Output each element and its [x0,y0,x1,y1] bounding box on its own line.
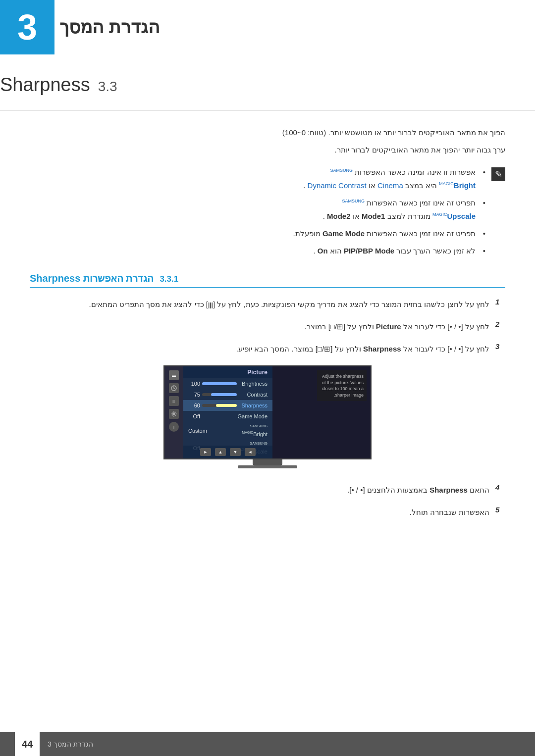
menu-item-contrast: Contrast 75 [183,389,272,400]
section-title: Sharpness [0,74,90,96]
step-item-5: האפשרות שנבחרה תוחל. 5 [30,505,505,519]
nav-btn-up: ▲ [215,448,226,456]
step-text-5: האפשרות שנבחרה תוחל. [30,505,489,519]
svg-point-1 [172,412,175,415]
nav-btn-right: ► [200,448,211,456]
menu-item-magicbright: SAMSUNGMAGICBright Custom [183,422,272,439]
sidebar-icon-1: ▬ [169,370,179,380]
monitor-container: ▬ ≡ i Picture Brightness [30,365,505,468]
steps-list: לחץ על לחצן כלשהו בחזית המוצר כדי להציג … [30,298,505,355]
step-number-5: 5 [495,505,505,514]
step-number-1: 1 [495,298,505,306]
sidebar-icon-3: ≡ [169,396,179,406]
monitor-base [238,465,297,468]
content-area: הפוך את מתאר האובייקטים לברור יותר או מט… [0,126,535,519]
step-number-2: 2 [495,320,505,328]
intro-line1: הפוך את מתאר האובייקטים לברור יותר או מט… [30,126,505,139]
sidebar-icon-4 [169,409,179,419]
menu-nav: ◄ ▼ ▲ ► [183,446,272,458]
section-number: 3.3 [98,79,117,95]
monitor-sidebar: ▬ ≡ i [164,366,183,458]
step-text-4: התאם Sharpness באמצעות הלחצנים [• / •]. [30,483,489,497]
monitor-stand [253,459,282,465]
monitor-frame: ▬ ≡ i Picture Brightness [163,365,372,459]
menu-header: Picture [183,366,272,378]
menu-item-gamemode: Game Mode Off [183,411,272,422]
step-item-2: לחץ על [• / •] כדי לעבור אל Picture ולחץ… [30,320,505,333]
chapter-number: 3 [17,7,37,48]
footer-chapter-label: הגדרת המסך 3 [48,740,93,748]
footer-page-number: 44 [15,732,40,756]
steps-list-2: התאם Sharpness באמצעות הלחצנים [• / •]. … [30,483,505,519]
step-text-1: לחץ על לחצן כלשהו בחזית המוצר כדי להציג … [30,298,489,311]
note-icon: ✎ [491,167,505,181]
step-number-3: 3 [495,342,505,351]
bullet-item-4: לא זמין כאשר הערך עבור PIP/PBP Mode הוא … [30,244,485,257]
monitor-help-text: Adjust the sharpness of the picture. Val… [317,370,367,401]
chapter-title: הגדרת המסך [54,0,170,54]
nav-btn-down: ▼ [230,448,241,456]
step-item-1: לחץ על לחצן כלשהו בחזית המוצר כדי להציג … [30,298,505,311]
step-item-3: לחץ על [• / •] כדי לעבור אל Sharpness ול… [30,342,505,355]
menu-item-brightness: Brightness 100 [183,378,272,389]
bullet-list: אפשרות זו אינה זמינה כאשר האפשרות SAMSUN… [30,165,485,257]
sidebar-icon-2 [169,383,179,393]
section-heading: 3.3 Sharpness [0,64,535,111]
step-text-3: לחץ על [• / •] כדי לעבור אל Sharpness ול… [30,342,489,355]
page-footer: הגדרת המסך 3 44 [0,732,535,756]
step-text-2: לחץ על [• / •] כדי לעבור אל Picture ולחץ… [30,320,489,333]
nav-btn-left: ◄ [245,448,256,456]
subsection-title: הגדרת האפשרות Sharpness [30,272,154,284]
subsection-heading: 3.3.1 הגדרת האפשרות Sharpness [30,272,505,288]
menu-item-sharpness: Sharpness 60 [183,400,272,411]
subsection-number: 3.3.1 [160,274,178,284]
monitor-menu: Picture Brightness 100 Contrast [183,366,272,458]
chapter-header: הגדרת המסך 3 [0,0,535,54]
intro-line2: ערך גבוה יותר יהפוך את מתאר האובייקטים ל… [30,143,505,156]
bullet-item-3: תפריט זה אינו זמין כאשר האפשרות Game Mod… [30,227,485,240]
step-number-4: 4 [495,483,505,492]
sidebar-icon-5: i [169,422,179,432]
bullet-item-2: תפריט זה אינו זמין כאשר האפשרות SAMSUNGM… [30,196,485,223]
bullet-item-1: אפשרות זו אינה זמינה כאשר האפשרות SAMSUN… [30,165,485,192]
chapter-number-box: 3 [0,0,54,54]
step-item-4: התאם Sharpness באמצעות הלחצנים [• / •]. … [30,483,505,497]
